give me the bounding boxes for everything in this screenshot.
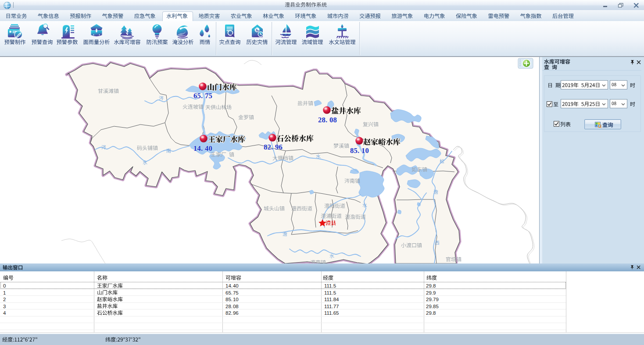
svg-text:3: 3: [256, 28, 258, 32]
